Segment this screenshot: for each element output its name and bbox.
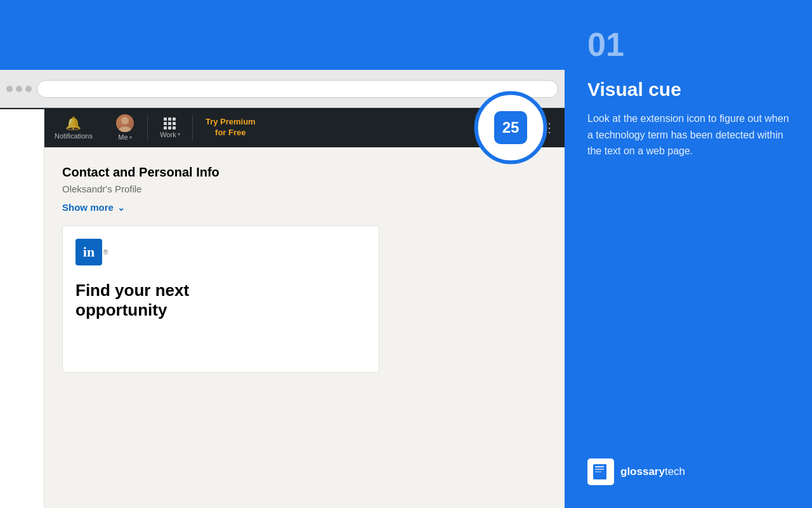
left-sidebar-strip (0, 109, 44, 508)
linkedin-logo-area: in ® (75, 239, 108, 265)
top-blue-bar (0, 0, 565, 70)
glossarytech-text: glossarytech (620, 465, 685, 478)
grid-icon (164, 117, 176, 130)
svg-rect-6 (606, 464, 608, 479)
nav-notifications[interactable]: 🔔 Notifications (44, 108, 103, 147)
extension-area: 25 (488, 105, 533, 150)
section-heading: Visual cue (587, 79, 789, 100)
book-icon (591, 462, 610, 481)
ad-headline-line1: Find your next (75, 281, 189, 300)
svg-point-0 (121, 117, 129, 124)
ad-card: in ® Find your next opportunity (62, 225, 379, 373)
content-area: Contact and Personal Info Oleksandr's Pr… (44, 147, 397, 508)
ad-headline-line2: opportunity (75, 300, 167, 319)
nav-work[interactable]: Work ▾ (148, 108, 192, 147)
section-subtitle: Oleksandr's Profile (62, 184, 379, 194)
svg-point-1 (119, 126, 131, 132)
section-description: Look at the extension icon to figure out… (587, 110, 789, 159)
glossarytech-logo-icon (587, 458, 614, 485)
premium-button[interactable]: Try Premium for Free (193, 108, 268, 147)
bell-icon: 🔔 (65, 116, 81, 131)
show-more-text: Show more (62, 202, 114, 213)
left-panel: ✉ ing 🔔 Notifications Me (0, 0, 565, 508)
extension-count: 25 (502, 119, 520, 137)
browser-dot-1 (6, 86, 13, 92)
show-more-link[interactable]: Show more ⌄ (62, 202, 125, 213)
right-panel: 01 Visual cue Look at the extension icon… (565, 0, 812, 508)
browser-address-bar[interactable] (37, 80, 558, 98)
notifications-label: Notifications (55, 132, 93, 140)
browser-dot-3 (25, 86, 32, 92)
linkedin-logo: in (75, 239, 102, 265)
chevron-down-icon: ⌄ (117, 203, 125, 213)
nav-me[interactable]: Me ▾ (103, 108, 147, 147)
tech-regular: tech (665, 465, 685, 478)
section-title: Contact and Personal Info (62, 165, 379, 180)
svg-rect-3 (595, 466, 604, 467)
ad-headline: Find your next opportunity (75, 281, 189, 320)
me-label: Me (118, 133, 128, 141)
step-number: 01 (587, 25, 789, 64)
main-area: Contact and Personal Info Oleksandr's Pr… (0, 147, 565, 508)
premium-label-line2: for Free (215, 128, 246, 138)
work-chevron-icon: ▾ (178, 131, 180, 137)
circle-highlight-wrapper: 25 (488, 105, 533, 150)
svg-rect-5 (595, 471, 601, 472)
avatar (116, 114, 134, 132)
browser-dot-2 (16, 86, 22, 92)
linkedin-navbar: 🔔 Notifications Me ▾ (0, 108, 565, 147)
glossary-bold: glossary (620, 465, 665, 478)
extension-badge[interactable]: 25 (494, 111, 527, 144)
work-label: Work (160, 131, 176, 138)
me-chevron-icon: ▾ (129, 135, 132, 140)
browser-chrome (0, 70, 565, 108)
browser-dots (6, 86, 32, 92)
svg-rect-4 (595, 469, 604, 470)
ad-card-inner: in ® Find your next opportunity (63, 226, 379, 372)
avatar-image (116, 114, 134, 132)
premium-label-line1: Try Premium (206, 117, 256, 128)
glossarytech-brand: glossarytech (587, 458, 685, 485)
linkedin-registered-mark: ® (103, 249, 108, 256)
